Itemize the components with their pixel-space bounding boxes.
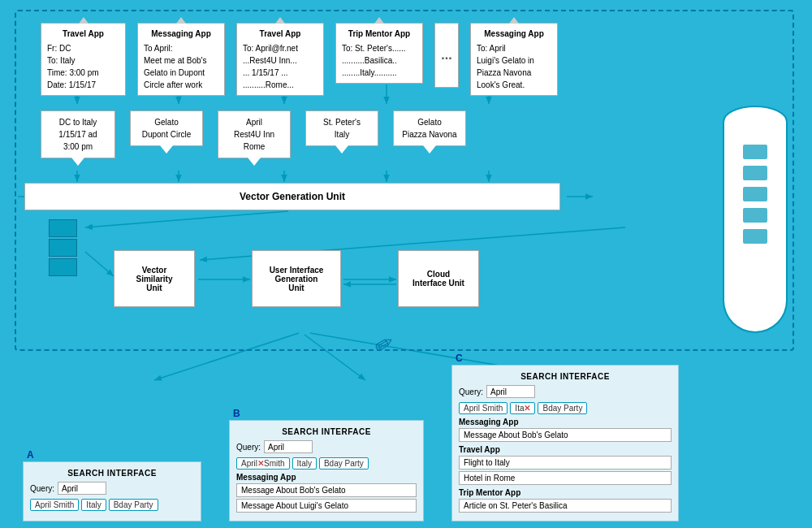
entity-april-rome-text: AprilRest4U InnRome xyxy=(227,116,282,153)
vsu-box: VectorSimilarityUnit xyxy=(114,250,195,307)
entity-st-peters-text: St. Peter'sItaly xyxy=(314,116,369,141)
messaging-app-2-card: Messaging App To: AprilLuigi's Gelato in… xyxy=(470,23,558,96)
panel-a-query-label: Query: xyxy=(30,484,54,493)
vgu-label: Vector Generation Unit xyxy=(240,191,345,202)
database-cylinder xyxy=(723,106,788,333)
panel-c-messaging-label: Messaging App xyxy=(459,418,672,426)
uig-box: User InterfaceGenerationUnit xyxy=(252,250,341,307)
entity-dc-italy-text: DC to Italy1/15/17 ad3:00 pm xyxy=(50,116,106,153)
vsu-label: VectorSimilarityUnit xyxy=(136,266,172,292)
db-chip-1 xyxy=(743,145,767,159)
panel-c-result-trip-1[interactable]: Article on St. Peter's Basilica xyxy=(459,499,672,513)
search-panel-c-title: SEARCH INTERFACE xyxy=(459,372,672,381)
panel-c-query-input[interactable] xyxy=(486,385,535,398)
search-panel-a: A SEARCH INTERFACE Query: April Smith It… xyxy=(23,461,201,522)
travel-app-2-card: Travel App To: April@fr.net...Rest4U Inn… xyxy=(236,23,324,96)
section-label-b: B xyxy=(233,408,240,419)
panel-b-result-2[interactable]: Message About Luigi's Gelato xyxy=(236,499,417,513)
trip-mentor-card: Trip Mentor App To: St. Peter's.........… xyxy=(335,23,423,84)
panel-a-tags: April Smith Italy Bday Party xyxy=(30,499,194,511)
tag-aprilsmith-c[interactable]: April Smith xyxy=(459,402,508,414)
entity-gelato-dupont-text: GelatoDupont Circle xyxy=(139,116,194,141)
entity-april-rome: AprilRest4U InnRome xyxy=(218,110,291,158)
panel-b-result-1[interactable]: Message About Bob's Gelato xyxy=(236,483,417,497)
travel-app-content: Fr: DCTo: ItalyTime: 3:00 pmDate: 1/15/1… xyxy=(47,42,119,91)
db-chip-5 xyxy=(743,229,767,244)
search-panel-b-title: SEARCH INTERFACE xyxy=(236,427,417,436)
panel-c-travel-label: Travel App xyxy=(459,445,672,454)
search-panel-b: B SEARCH INTERFACE Query: April✕Smith It… xyxy=(229,420,424,522)
trip-mentor-content: To: St. Peter's................Basilica.… xyxy=(342,42,417,79)
search-panel-a-title: SEARCH INTERFACE xyxy=(30,469,194,478)
ellipsis-card: ... xyxy=(434,23,459,88)
travel-app-card: Travel App Fr: DCTo: ItalyTime: 3:00 pmD… xyxy=(41,23,126,96)
panel-c-query-label: Query: xyxy=(459,387,483,396)
panel-a-query-input[interactable] xyxy=(58,482,106,495)
tag-bday-a[interactable]: Bday Party xyxy=(109,499,158,511)
doc-stack-item-1 xyxy=(49,219,77,237)
ciu-label: CloudInterface Unit xyxy=(412,270,464,288)
messaging-app-2-content: To: AprilLuigi's Gelato inPiazza NavonaL… xyxy=(477,42,551,91)
tag-bday-b[interactable]: Bday Party xyxy=(319,457,369,470)
search-panel-c: C SEARCH INTERFACE Query: April Smith It… xyxy=(451,365,679,522)
doc-stack xyxy=(49,219,77,278)
travel-app-2-title: Travel App xyxy=(243,28,317,40)
entity-gelato-navona: GelatoPiazza Navona xyxy=(393,110,466,146)
panel-b-query-label: Query: xyxy=(236,443,261,452)
panel-c-tags: April Smith Ita✕ Bday Party xyxy=(459,402,672,414)
tag-italy-c-x[interactable]: Ita✕ xyxy=(510,402,535,414)
tag-april-smith-a[interactable]: April Smith xyxy=(30,499,79,511)
ciu-box: CloudInterface Unit xyxy=(398,250,479,307)
tag-italy-b[interactable]: Italy xyxy=(292,457,317,470)
panel-b-messaging-label: Messaging App xyxy=(236,473,417,482)
messaging-app-2-title: Messaging App xyxy=(477,28,551,40)
panel-b-tags: April✕Smith Italy Bday Party xyxy=(236,457,417,470)
panel-b-query-input[interactable] xyxy=(264,440,313,453)
doc-stack-item-3 xyxy=(49,258,77,276)
db-chip-2 xyxy=(743,166,767,180)
messaging-app-1-content: To April:Meet me at Bob'sGelato in Dupon… xyxy=(144,42,218,91)
db-chip-3 xyxy=(743,187,767,201)
panel-c-result-travel-2[interactable]: Hotel in Rome xyxy=(459,471,672,485)
vgu-bar: Vector Generation Unit xyxy=(24,183,560,210)
panel-c-result-travel-1[interactable]: Flight to Italy xyxy=(459,456,672,470)
trip-mentor-title: Trip Mentor App xyxy=(342,28,417,40)
panel-c-tripmentor-label: Trip Mentor App xyxy=(459,488,672,497)
travel-app-2-content: To: April@fr.net...Rest4U Inn...... 1/15… xyxy=(243,42,317,91)
tag-italy-a[interactable]: Italy xyxy=(81,499,106,511)
entity-gelato-dupont: GelatoDupont Circle xyxy=(130,110,203,146)
entity-gelato-navona-text: GelatoPiazza Navona xyxy=(402,116,457,141)
tag-aprilsmith-b-x[interactable]: April✕Smith xyxy=(236,457,290,470)
travel-app-title: Travel App xyxy=(47,28,119,40)
db-chip-4 xyxy=(743,208,767,223)
uig-label: User InterfaceGenerationUnit xyxy=(270,266,324,292)
messaging-app-1-card: Messaging App To April:Meet me at Bob'sG… xyxy=(137,23,225,96)
messaging-app-1-title: Messaging App xyxy=(144,28,218,40)
cylinder-body xyxy=(723,122,788,333)
entity-st-peters: St. Peter'sItaly xyxy=(305,110,378,146)
section-label-a: A xyxy=(27,449,34,461)
entity-dc-italy: DC to Italy1/15/17 ad3:00 pm xyxy=(41,110,115,158)
panel-c-result-msg-1[interactable]: Message About Bob's Gelato xyxy=(459,428,672,442)
doc-stack-item-2 xyxy=(49,239,77,257)
section-label-c: C xyxy=(456,353,463,364)
tag-bday-c[interactable]: Bday Party xyxy=(538,402,587,414)
